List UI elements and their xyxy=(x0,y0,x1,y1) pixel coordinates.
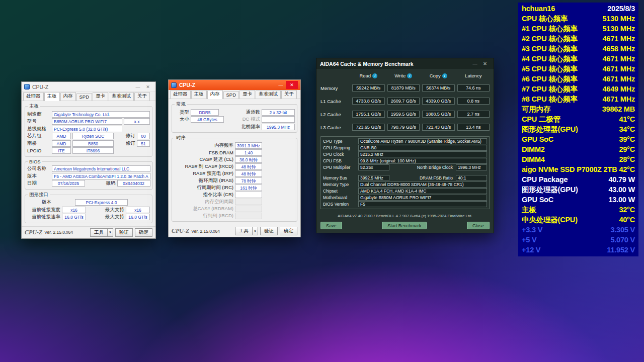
ok-button[interactable]: 确定 xyxy=(280,227,297,235)
info-icon[interactable]: i xyxy=(442,73,447,78)
validate-button[interactable]: 验证 xyxy=(260,227,278,235)
close-button[interactable]: ✕ xyxy=(480,60,490,68)
tools-button[interactable]: 工具 xyxy=(235,227,252,235)
timing-row: 内存频率 3991.3 MHz xyxy=(174,142,295,149)
osd-label: CPU Package xyxy=(522,175,568,184)
start-benchmark-button[interactable]: Start Benchmark xyxy=(382,222,427,229)
info-icon[interactable]: i xyxy=(407,73,412,78)
model-rev-value: x.x xyxy=(124,118,150,125)
divider xyxy=(323,171,487,174)
osd-label: DIMM2 xyxy=(522,145,545,153)
info-icon[interactable]: i xyxy=(372,73,377,78)
titlebar[interactable]: CPU-Z — ✕ xyxy=(169,80,300,90)
osd-label: 中央处理器(CPU) xyxy=(522,215,578,225)
benchmark-table: Read i Write i Copy i Latency Memory 592… xyxy=(320,73,490,131)
osd-label: CPU 核心频率 xyxy=(522,14,568,24)
tab-graphics[interactable]: 显卡 xyxy=(93,92,108,101)
lpcio-label: LPCIO xyxy=(27,148,50,153)
osd-value: 3.305 V xyxy=(610,226,635,234)
microcode-label: 微码 xyxy=(87,180,116,187)
save-button[interactable]: Save xyxy=(320,222,342,229)
osd-value: 39862 MB xyxy=(602,105,635,113)
osd-label: +5 V xyxy=(522,236,536,244)
tab-about[interactable]: 关于 xyxy=(281,90,297,99)
osd-row-ssd-temp: aigo NVMe SSD P7000Z 2TB 42°C xyxy=(522,164,635,174)
osd-row-gpu-soc-temp: GPU SoC 39°C xyxy=(522,134,635,144)
tools-split-button: 工具 ▼ xyxy=(235,227,258,235)
statusbar: CPU-Z Ver. 2.15.0.x64 工具 ▼ 验证 确定 xyxy=(169,225,300,237)
minimize-button[interactable]: — xyxy=(133,83,143,91)
timing-label: 内存频率 xyxy=(174,142,233,149)
write-column-header: Write i xyxy=(387,73,420,78)
window-title: CPU-Z xyxy=(32,84,48,90)
timing-row: RAS# 到 CAS# (tRCD) 48 时钟 xyxy=(174,163,295,170)
minimize-button[interactable]: — xyxy=(470,60,480,68)
bios-version-label: BIOS Version xyxy=(323,202,356,207)
link-width-value: x16 xyxy=(62,207,86,213)
tab-graphics[interactable]: 显卡 xyxy=(239,90,255,99)
memory-copy-value: 56374 MB/s xyxy=(422,84,455,92)
tab-cpu[interactable]: 处理器 xyxy=(170,90,191,99)
timing-value xyxy=(235,199,262,205)
tools-dropdown-arrow-icon[interactable]: ▼ xyxy=(252,227,258,235)
nb-clock-value: 1996.3 MHz xyxy=(456,164,487,170)
cpu-stepping-row: CPU Stepping GNR-B0 xyxy=(323,145,487,151)
memory-type-value: DDR5 xyxy=(191,109,219,116)
osd-value: 13.00 W xyxy=(608,196,635,204)
timing-value: 48 时钟 xyxy=(235,163,262,170)
titlebar[interactable]: CPU-Z — ✕ xyxy=(22,82,155,92)
tab-mainboard[interactable]: 主板 xyxy=(44,92,60,101)
tab-spd[interactable]: SPD xyxy=(76,93,93,101)
bios-date-label: 日期 xyxy=(27,180,50,187)
memory-type-value: Dual Channel DDR5-8000 SDRAM (36-48-48-7… xyxy=(358,182,487,188)
cpuz-app-icon xyxy=(171,82,177,88)
dc-mode-label: DC 模式 xyxy=(238,116,260,123)
l3-write-value: 790.79 GB/s xyxy=(387,124,420,131)
tools-button[interactable]: 工具 xyxy=(90,228,107,237)
bios-version-label: 版本 xyxy=(27,173,50,179)
osd-row-12v: +12 V 11.952 V xyxy=(522,245,635,255)
titlebar[interactable]: AIDA64 Cache & Memory Benchmark — ✕ xyxy=(316,58,494,69)
timing-value: 78 时钟 xyxy=(235,177,262,184)
osd-value: 40°C xyxy=(619,216,635,224)
osd-row-gpu-temp: 图形处理器(GPU) 34°C xyxy=(522,124,635,134)
cpu-multiplier-row: CPU Multiplier 52.25x North Bridge Clock… xyxy=(323,164,487,170)
ok-button[interactable]: 确定 xyxy=(135,228,152,237)
cpu-multiplier-label: CPU Multiplier xyxy=(323,165,356,170)
osd-value: 5130 MHz xyxy=(603,15,635,23)
tab-memory[interactable]: 内存 xyxy=(60,92,76,101)
tab-benchmark[interactable]: 基准测试 xyxy=(109,92,134,101)
close-button[interactable]: ✕ xyxy=(286,81,298,89)
osd-value: 29°C xyxy=(619,145,635,153)
chipset-name-value: Ryzen SOC xyxy=(72,133,114,139)
tab-memory[interactable]: 内存 xyxy=(207,90,223,99)
osd-row-free-memory: 可用内存 39862 MB xyxy=(522,104,635,114)
osd-row-5v: +5 V 5.070 V xyxy=(522,235,635,245)
cpu-multiplier-value: 52.25x xyxy=(358,164,389,170)
cpu-clock-row: CPU Clock 5215.2 MHz xyxy=(323,151,487,157)
osd-label: #1 CPU 核心频率 xyxy=(522,24,578,34)
window-title: CPU-Z xyxy=(179,82,195,88)
cpu-type-label: CPU Type xyxy=(323,139,356,144)
osd-value: 32°C xyxy=(619,206,635,214)
bios-version-row: BIOS Version F5 xyxy=(323,201,487,207)
minimize-button[interactable]: — xyxy=(276,81,286,89)
tab-about[interactable]: 关于 xyxy=(134,92,150,101)
tab-spd[interactable]: SPD xyxy=(223,91,239,99)
tab-benchmark[interactable]: 基准测试 xyxy=(256,90,281,99)
validate-button[interactable]: 验证 xyxy=(115,228,133,237)
close-button[interactable]: Close xyxy=(467,222,490,229)
version-text: Ver. 2.15.0.x64 xyxy=(44,230,73,235)
osd-value: 4658 MHz xyxy=(603,45,635,53)
tab-cpu[interactable]: 处理器 xyxy=(23,92,44,101)
bios-brand-label: 公司名称 xyxy=(27,165,50,172)
copy-column-header: Copy i xyxy=(422,73,455,78)
close-button[interactable]: ✕ xyxy=(143,83,153,91)
l2-write-value: 1959.5 GB/s xyxy=(387,111,420,118)
benchmark-panel: Read i Write i Copy i Latency Memory 592… xyxy=(316,69,494,233)
tools-dropdown-arrow-icon[interactable]: ▼ xyxy=(107,228,113,237)
mainboard-group-label: 主板 xyxy=(28,103,40,110)
tab-mainboard[interactable]: 主板 xyxy=(191,90,207,99)
memory-size-row: 大小 48 GBytes DC 模式 xyxy=(174,116,295,123)
timing-label: 循环周期 (tRAS) xyxy=(174,177,233,184)
